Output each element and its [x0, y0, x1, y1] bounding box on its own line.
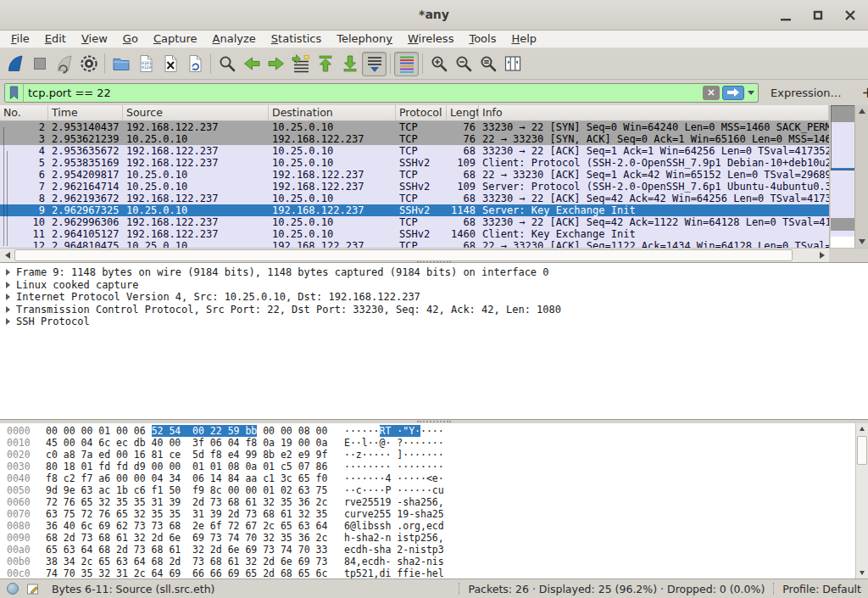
- go-forward-icon[interactable]: [264, 52, 288, 76]
- minimap-view-region[interactable]: [831, 105, 855, 170]
- table-row[interactable]: 6 2.954209817 10.25.0.10 192.168.122.237…: [0, 169, 829, 181]
- hex-row[interactable]: 0080 36 40 6c 69 62 73 73 68 2e 6f 72 67…: [7, 520, 868, 532]
- table-row[interactable]: 4 2.953635672 192.168.122.237 10.25.0.10…: [0, 145, 829, 157]
- close-file-icon[interactable]: [158, 52, 182, 76]
- restart-capture-icon[interactable]: [52, 52, 76, 76]
- stop-capture-icon[interactable]: [27, 52, 52, 76]
- hex-row[interactable]: 0000 00 00 00 01 00 06 52 54 00 22 59 bb…: [7, 425, 868, 437]
- expression-button[interactable]: Expression…: [759, 87, 852, 99]
- hex-row[interactable]: 0090 68 2d 73 68 61 32 2d 6e 69 73 74 70…: [7, 532, 868, 544]
- bookmark-icon[interactable]: [5, 84, 24, 102]
- hex-row[interactable]: 0010 45 00 04 6c ec db 40 00 3f 06 04 f8…: [7, 437, 868, 449]
- find-packet-icon[interactable]: [214, 52, 239, 76]
- hex-row[interactable]: 0040 f8 c2 f7 a6 00 00 04 34 06 14 84 aa…: [7, 472, 868, 484]
- hex-row[interactable]: 0070 63 75 72 76 65 32 35 35 31 39 2d 73…: [7, 508, 868, 520]
- column-header[interactable]: Destination: [269, 105, 396, 120]
- start-capture-icon[interactable]: [3, 52, 27, 76]
- zoom-in-icon[interactable]: [426, 52, 451, 76]
- table-row[interactable]: 2 2.953140437 192.168.122.237 10.25.0.10…: [0, 121, 829, 133]
- hex-ascii: rve25519 -sha256,: [344, 496, 444, 508]
- cell-time: 2.962164714: [48, 181, 123, 193]
- chevron-right-icon[interactable]: [6, 293, 10, 300]
- column-header[interactable]: Time: [48, 105, 123, 120]
- filter-history-dropdown[interactable]: [744, 84, 758, 102]
- chevron-right-icon[interactable]: [6, 269, 10, 276]
- display-filter-input[interactable]: [24, 84, 703, 102]
- minimize-button[interactable]: [776, 6, 795, 25]
- tree-row[interactable]: Transmission Control Protocol, Src Port:…: [0, 304, 868, 316]
- apply-filter-icon[interactable]: [722, 86, 744, 100]
- table-row[interactable]: 11 2.964105127 192.168.122.237 10.25.0.1…: [0, 228, 829, 240]
- hex-offset: 0050: [7, 484, 46, 496]
- column-header[interactable]: Length: [447, 105, 479, 120]
- scroll-left-button[interactable]: [0, 249, 14, 262]
- go-first-packet-icon[interactable]: [313, 52, 337, 76]
- hex-row[interactable]: 0060 72 76 65 32 35 35 31 39 2d 73 68 61…: [7, 496, 868, 508]
- scroll-up-button[interactable]: [855, 109, 868, 114]
- go-back-icon[interactable]: [239, 52, 264, 76]
- menu-item[interactable]: Statistics: [264, 31, 329, 48]
- maximize-button[interactable]: [809, 6, 827, 25]
- column-header[interactable]: Protocol: [396, 105, 447, 120]
- save-file-icon[interactable]: 01010110: [133, 52, 158, 76]
- table-row[interactable]: 3 2.953621239 10.25.0.10 192.168.122.237…: [0, 133, 829, 145]
- column-header[interactable]: Info: [479, 105, 829, 120]
- cell-time: 2.962967325: [48, 204, 123, 216]
- hex-row[interactable]: 0020 c0 a8 7a ed 00 16 81 ce 5d f8 e4 99…: [7, 449, 868, 461]
- close-button[interactable]: [841, 6, 860, 25]
- menu-item[interactable]: Capture: [146, 31, 205, 48]
- table-row[interactable]: 10 2.962996306 192.168.122.237 10.25.0.1…: [0, 216, 829, 228]
- chevron-right-icon[interactable]: [6, 306, 10, 313]
- auto-scroll-toggle-icon[interactable]: [362, 52, 387, 76]
- tree-row[interactable]: Linux cooked capture: [0, 279, 868, 292]
- zoom-out-icon[interactable]: [451, 52, 476, 76]
- expert-info-icon[interactable]: [7, 583, 19, 595]
- hex-row[interactable]: 0050 9d 9e 63 ac 1b c6 f1 50 f9 8c 00 00…: [7, 484, 868, 496]
- open-file-icon[interactable]: [108, 52, 133, 76]
- menu-item[interactable]: View: [74, 31, 115, 48]
- menu-item[interactable]: Analyze: [205, 31, 264, 48]
- hscroll-thumb[interactable]: [14, 249, 793, 261]
- hex-row[interactable]: 00c0 74 70 35 32 31 2c 64 69 66 66 69 65…: [7, 567, 868, 579]
- scroll-right-button[interactable]: [815, 249, 829, 262]
- scroll-up-button[interactable]: [856, 423, 868, 431]
- tree-row[interactable]: Internet Protocol Version 4, Src: 10.25.…: [0, 291, 868, 304]
- menu-item[interactable]: Help: [504, 31, 544, 48]
- menu-item[interactable]: Telephony: [329, 31, 400, 48]
- column-header[interactable]: Source: [123, 105, 269, 120]
- profile-selector[interactable]: Profile: Default: [782, 583, 861, 595]
- table-row[interactable]: 12 2.964810475 10.25.0.10 192.168.122.23…: [0, 240, 829, 248]
- table-row[interactable]: 7 2.962164714 10.25.0.10 192.168.122.237…: [0, 181, 829, 193]
- intelligent-scrollbar-minimap[interactable]: [831, 105, 855, 248]
- tree-row[interactable]: Frame 9: 1148 bytes on wire (9184 bits),…: [0, 266, 868, 279]
- table-row[interactable]: 5 2.953835169 192.168.122.237 10.25.0.10…: [0, 157, 829, 169]
- hex-row[interactable]: 00a0 65 63 64 68 2d 73 68 61 32 2d 6e 69…: [7, 544, 868, 556]
- capture-comment-icon[interactable]: [26, 582, 40, 595]
- tree-row[interactable]: SSH Protocol: [0, 316, 868, 328]
- chevron-right-icon[interactable]: [6, 318, 10, 325]
- column-header[interactable]: No.: [0, 105, 48, 120]
- scroll-down-button[interactable]: [855, 236, 868, 248]
- hex-scroll-thumb[interactable]: [857, 436, 867, 465]
- hex-row[interactable]: 0030 80 18 01 fd fd d9 00 00 01 01 08 0a…: [7, 461, 868, 472]
- colorize-toggle-icon[interactable]: [394, 52, 419, 76]
- menu-item[interactable]: Edit: [37, 31, 74, 48]
- clear-filter-icon[interactable]: [703, 86, 720, 100]
- add-filter-button[interactable]: +: [852, 84, 868, 101]
- table-row[interactable]: 8 2.962193672 192.168.122.237 10.25.0.10…: [0, 193, 829, 204]
- menu-item[interactable]: File: [3, 31, 37, 48]
- hex-row[interactable]: 00b0 38 34 2c 65 63 64 68 2d 73 68 61 32…: [7, 556, 868, 567]
- menu-item[interactable]: Wireless: [400, 31, 461, 48]
- chevron-right-icon[interactable]: [6, 282, 10, 288]
- go-to-packet-icon[interactable]: [288, 52, 313, 76]
- capture-options-icon[interactable]: [76, 52, 101, 76]
- table-row[interactable]: 9 2.962967325 10.25.0.10 192.168.122.237…: [0, 204, 829, 216]
- zoom-original-icon[interactable]: [476, 52, 500, 76]
- reload-file-icon[interactable]: [182, 52, 207, 76]
- resize-columns-icon[interactable]: [500, 52, 525, 76]
- menu-item[interactable]: Tools: [461, 31, 504, 48]
- menu-item[interactable]: Go: [115, 31, 146, 48]
- go-last-packet-icon[interactable]: [337, 52, 362, 76]
- scroll-down-button[interactable]: [856, 569, 868, 577]
- cell-info: 33230 → 22 [ACK] Seq=42 Ack=1122 Win=641…: [479, 216, 829, 228]
